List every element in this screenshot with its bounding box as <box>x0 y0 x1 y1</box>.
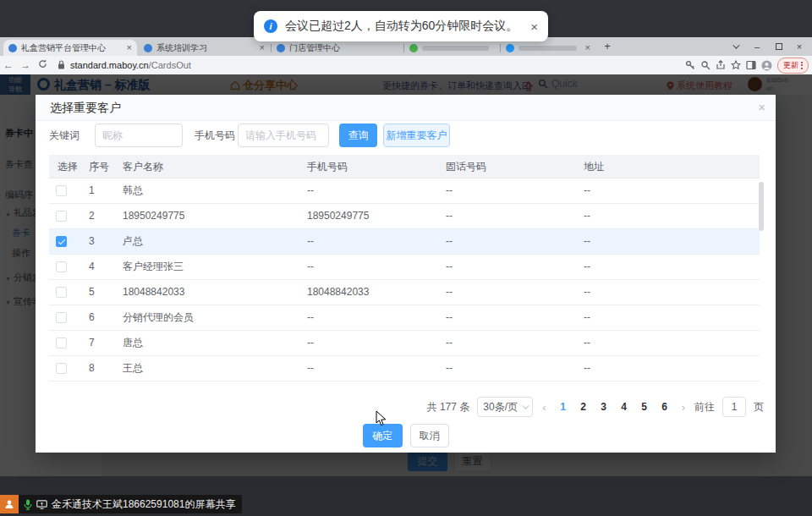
row-checkbox[interactable] <box>56 185 67 196</box>
share-icon[interactable] <box>716 60 726 70</box>
cell-landline: -- <box>437 280 575 305</box>
info-icon: i <box>264 19 277 33</box>
phone-input[interactable] <box>238 124 329 147</box>
lock-icon[interactable] <box>58 58 65 73</box>
window-minimize-button[interactable]: – <box>746 37 768 56</box>
goto-label: 前往 <box>694 400 715 414</box>
cancel-button[interactable]: 取消 <box>410 424 449 447</box>
browser-tab-1[interactable]: 礼盒营销平台管理中心 × <box>3 40 137 56</box>
browser-tab-3[interactable]: 门店管理中心 <box>272 40 403 56</box>
cell-address: -- <box>575 356 760 381</box>
side-panel-icon[interactable] <box>746 60 756 70</box>
chevron-down-icon <box>522 402 529 409</box>
keyword-input[interactable] <box>95 124 183 147</box>
cell-name: 王总 <box>114 356 299 381</box>
page-number[interactable]: 3 <box>596 401 612 413</box>
search-button[interactable]: 查询 <box>339 124 377 147</box>
cell-name: 客户经理张三 <box>114 255 299 279</box>
url-input[interactable]: standard.maboy.cn/CardsOut <box>70 60 191 70</box>
cell-index: 1 <box>80 178 114 203</box>
zoom-icon[interactable] <box>700 60 710 70</box>
page-number[interactable]: 4 <box>617 401 632 413</box>
page-number[interactable]: 6 <box>657 401 672 413</box>
screen-share-bar: 金禾通技术王斌18662591081的屏幕共享 <box>0 495 242 513</box>
col-index: 序号 <box>80 155 114 178</box>
cell-index: 4 <box>80 255 114 279</box>
cell-index: 3 <box>80 229 114 254</box>
table-header: 选择 序号 客户名称 手机号码 固话号码 地址 <box>49 155 760 178</box>
tab-label: 礼盒营销平台管理中心 <box>21 42 123 54</box>
table-row[interactable]: 6 分销代理的会员 -- -- -- <box>49 305 760 331</box>
table-row[interactable]: 5 18048842033 18048842033 -- -- <box>49 280 760 305</box>
row-checkbox[interactable] <box>56 312 67 323</box>
meeting-toast: i 会议已超过2人，自动转为60分钟限时会议。 × <box>254 11 548 41</box>
cell-mobile: -- <box>299 331 437 355</box>
cell-mobile: -- <box>299 178 437 203</box>
add-customer-button[interactable]: 新增重要客户 <box>383 124 450 147</box>
cell-mobile: 18950249775 <box>299 204 437 228</box>
screen-share-icon <box>36 500 47 509</box>
page-size-select[interactable]: 30条/页 <box>477 397 533 417</box>
table-row[interactable]: 2 18950249775 18950249775 -- -- <box>49 204 760 229</box>
page-number[interactable]: 1 <box>556 401 571 413</box>
customer-table: 选择 序号 客户名称 手机号码 固话号码 地址 1 韩总 -- -- -- 2 … <box>49 155 760 382</box>
cell-landline: -- <box>437 178 575 203</box>
cell-mobile: -- <box>299 255 437 279</box>
bookmark-star-icon[interactable] <box>731 60 741 70</box>
window-menu-icon[interactable] <box>724 37 746 56</box>
tab-label <box>518 46 577 51</box>
row-checkbox[interactable] <box>56 261 67 272</box>
page-number[interactable]: 2 <box>576 401 591 413</box>
forward-button[interactable]: → <box>17 59 34 71</box>
browser-update-button[interactable]: 更新 <box>777 58 809 74</box>
next-page-button[interactable]: › <box>680 401 687 414</box>
microphone-icon[interactable] <box>24 499 32 510</box>
tab-label <box>422 46 489 51</box>
cell-mobile: -- <box>299 356 437 381</box>
table-row[interactable]: 3 卢总 -- -- -- <box>49 229 760 255</box>
tab-close-icon[interactable]: × <box>127 43 132 52</box>
new-tab-button[interactable]: + <box>601 40 614 53</box>
table-scrollbar[interactable] <box>759 182 764 231</box>
row-checkbox[interactable] <box>56 236 67 247</box>
browser-tab-4[interactable] <box>404 40 499 56</box>
cell-name: 卢总 <box>114 229 299 254</box>
cell-address: -- <box>575 229 760 254</box>
participant-icon <box>0 495 19 513</box>
toast-close-icon[interactable]: × <box>530 19 538 34</box>
browser-tab-5[interactable]: × <box>501 40 595 56</box>
cell-landline: -- <box>437 331 575 355</box>
page-size-value: 30条/页 <box>483 400 518 414</box>
table-row[interactable]: 1 韩总 -- -- -- <box>49 178 760 204</box>
cell-address: -- <box>575 331 760 355</box>
cell-name: 18048842033 <box>114 280 299 305</box>
row-checkbox[interactable] <box>56 287 67 298</box>
tab-close-icon[interactable]: × <box>260 43 265 52</box>
dialog-close-icon[interactable]: × <box>758 101 765 113</box>
cell-name: 韩总 <box>114 178 299 203</box>
phone-label: 手机号码 <box>195 123 235 148</box>
window-close-button[interactable]: × <box>788 37 810 56</box>
page-number[interactable]: 5 <box>637 401 652 413</box>
table-row[interactable]: 7 唐总 -- -- -- <box>49 331 760 356</box>
row-checkbox[interactable] <box>56 363 67 374</box>
browser-tab-2[interactable]: 系统培训学习 × <box>139 40 270 56</box>
reload-icon[interactable] <box>34 59 51 71</box>
table-row[interactable]: 4 客户经理张三 -- -- -- <box>49 255 760 280</box>
window-maximize-button[interactable] <box>768 37 790 56</box>
desktop: 礼盒营销平台管理中心 × 系统培训学习 × 门店管理中心 × + – × <box>0 0 812 516</box>
cell-index: 7 <box>80 331 114 355</box>
total-count: 共 177 条 <box>427 400 470 414</box>
row-checkbox[interactable] <box>56 211 67 222</box>
toast-message: 会议已超过2人，自动转为60分钟限时会议。 <box>285 19 518 34</box>
tab-close-icon[interactable]: × <box>585 43 590 52</box>
prev-page-button[interactable]: ‹ <box>540 401 547 414</box>
profile-avatar-icon[interactable] <box>761 60 772 71</box>
goto-page-input[interactable] <box>722 397 746 417</box>
back-button[interactable]: ← <box>0 59 17 71</box>
cell-mobile: -- <box>299 305 437 330</box>
confirm-button[interactable]: 确定 <box>363 424 403 447</box>
table-row[interactable]: 8 王总 -- -- -- <box>49 356 760 382</box>
key-icon[interactable] <box>685 60 695 70</box>
row-checkbox[interactable] <box>56 338 67 349</box>
